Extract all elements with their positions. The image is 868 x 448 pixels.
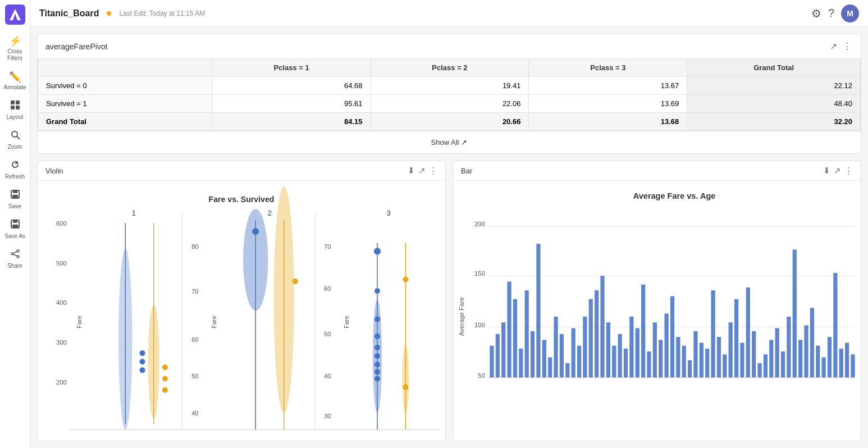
svg-rect-105 bbox=[606, 322, 610, 378]
svg-text:100: 100 bbox=[474, 322, 485, 328]
pivot-row-label-1: Survived = 1 bbox=[38, 95, 213, 113]
svg-point-33 bbox=[162, 364, 168, 370]
sidebar-item-refresh[interactable]: Refresh bbox=[2, 156, 29, 184]
svg-rect-115 bbox=[664, 314, 668, 378]
sidebar-item-save-as[interactable]: + Save As bbox=[2, 216, 29, 243]
svg-point-34 bbox=[162, 376, 168, 381]
main-content: Titanic_Board Last Edit: Today at 11:15 … bbox=[30, 0, 868, 448]
show-all-icon: ↗ bbox=[461, 138, 467, 147]
pivot-more-button[interactable]: ⋮ bbox=[842, 40, 853, 53]
page-title: Titanic_Board bbox=[39, 8, 99, 19]
pivot-external-link-button[interactable]: ↗ bbox=[829, 40, 838, 53]
svg-text:70: 70 bbox=[191, 288, 198, 295]
svg-rect-125 bbox=[723, 354, 727, 377]
sidebar-item-annotate[interactable]: ✏️ Annotate bbox=[2, 67, 29, 94]
svg-text:Fare: Fare bbox=[343, 316, 350, 328]
svg-point-66 bbox=[374, 362, 380, 367]
show-all-bar: Show All ↗ bbox=[38, 131, 861, 153]
svg-point-30 bbox=[140, 367, 145, 373]
svg-rect-130 bbox=[752, 331, 756, 378]
svg-rect-97 bbox=[560, 334, 564, 378]
violin-panel-label: Violin bbox=[45, 167, 408, 175]
bar-chart-panel: Bar ⬇ ↗ ⋮ Average Fare vs. Age 200 150 bbox=[453, 161, 861, 441]
svg-point-60 bbox=[374, 248, 381, 255]
pivot-header-row-label bbox=[38, 59, 213, 77]
svg-rect-85 bbox=[490, 346, 494, 378]
violin-chart-body: Fare vs. Survived 600 500 400 300 200 1 bbox=[38, 181, 445, 441]
last-edit-label: Last Edit: Today at 11:15 AM bbox=[119, 10, 205, 17]
sidebar-item-cross-filters[interactable]: ⚡ Cross Filters bbox=[2, 31, 29, 65]
svg-point-49 bbox=[293, 278, 298, 284]
svg-rect-140 bbox=[810, 308, 814, 377]
violin-more-button[interactable]: ⋮ bbox=[429, 166, 437, 176]
svg-rect-135 bbox=[781, 351, 785, 378]
sidebar-item-label-zoom: Zoom bbox=[8, 144, 22, 150]
bar-svg: Average Fare vs. Age 200 150 100 50 Aver… bbox=[453, 181, 861, 441]
pivot-row-1-grand: 48.40 bbox=[687, 95, 861, 113]
svg-point-64 bbox=[374, 345, 380, 350]
svg-rect-5 bbox=[16, 106, 20, 109]
svg-text:50: 50 bbox=[191, 373, 198, 380]
svg-rect-0 bbox=[5, 4, 25, 25]
sidebar: ⚡ Cross Filters ✏️ Annotate Layout Zoom bbox=[0, 0, 30, 448]
svg-rect-143 bbox=[828, 337, 832, 378]
pivot-header-grand-total: Grand Total bbox=[687, 59, 861, 77]
svg-rect-99 bbox=[572, 328, 575, 378]
svg-rect-137 bbox=[793, 250, 797, 378]
svg-rect-87 bbox=[501, 322, 505, 378]
svg-text:+: + bbox=[17, 225, 20, 229]
bar-chart-body: Average Fare vs. Age 200 150 100 50 Aver… bbox=[453, 181, 861, 441]
pivot-row-1-pclass1: 95.61 bbox=[212, 95, 371, 113]
violin-download-button[interactable]: ⬇ bbox=[408, 166, 415, 176]
svg-rect-142 bbox=[822, 357, 826, 377]
save-icon bbox=[10, 189, 20, 202]
bar-download-button[interactable]: ⬇ bbox=[823, 166, 830, 176]
bar-external-link-button[interactable]: ↗ bbox=[834, 166, 841, 176]
layout-icon bbox=[10, 100, 20, 113]
violin-svg: Fare vs. Survived 600 500 400 300 200 1 bbox=[38, 181, 445, 441]
svg-rect-101 bbox=[583, 317, 587, 378]
share-icon bbox=[10, 249, 20, 262]
svg-point-28 bbox=[140, 350, 145, 356]
pivot-row-0-pclass2: 19.41 bbox=[371, 77, 529, 95]
bar-more-button[interactable]: ⋮ bbox=[844, 166, 853, 176]
svg-rect-90 bbox=[519, 349, 523, 378]
violin-chart-actions: ⬇ ↗ ⋮ bbox=[408, 166, 437, 176]
cross-filters-icon: ⚡ bbox=[9, 35, 21, 47]
bar-chart-header: Bar ⬇ ↗ ⋮ bbox=[453, 161, 861, 181]
violin-external-link-button[interactable]: ↗ bbox=[418, 166, 426, 176]
svg-text:Average Fare: Average Fare bbox=[458, 297, 465, 336]
sidebar-item-share[interactable]: Share bbox=[2, 245, 29, 273]
app-logo[interactable] bbox=[5, 4, 25, 25]
svg-rect-126 bbox=[729, 322, 733, 378]
svg-rect-91 bbox=[525, 290, 529, 378]
svg-point-29 bbox=[140, 359, 145, 364]
svg-text:Fare: Fare bbox=[211, 316, 217, 328]
avatar[interactable]: M bbox=[841, 4, 859, 22]
svg-point-71 bbox=[403, 277, 408, 282]
show-all-button[interactable]: Show All ↗ bbox=[431, 138, 468, 147]
sidebar-item-label-cross-filters: Cross Filters bbox=[4, 48, 26, 62]
table-row: Survived = 1 95.61 22.06 13.69 48.40 bbox=[38, 95, 861, 113]
svg-rect-110 bbox=[636, 328, 639, 378]
zoom-icon bbox=[10, 130, 20, 143]
sidebar-item-layout[interactable]: Layout bbox=[2, 97, 29, 124]
sidebar-item-zoom[interactable]: Zoom bbox=[2, 126, 29, 154]
svg-rect-106 bbox=[612, 346, 616, 378]
svg-point-67 bbox=[374, 369, 380, 374]
pivot-row-2-pclass3: 13.68 bbox=[529, 113, 687, 131]
help-icon[interactable]: ? bbox=[828, 7, 834, 20]
settings-icon[interactable]: ⚙ bbox=[811, 7, 821, 20]
sidebar-item-save[interactable]: Save bbox=[2, 186, 29, 213]
svg-rect-129 bbox=[746, 287, 750, 378]
svg-rect-127 bbox=[734, 299, 738, 378]
sidebar-item-label-layout: Layout bbox=[6, 114, 23, 121]
pivot-row-1-pclass3: 13.69 bbox=[529, 95, 687, 113]
svg-point-35 bbox=[162, 387, 168, 393]
pivot-panel-actions: ↗ ⋮ bbox=[829, 40, 853, 53]
svg-rect-123 bbox=[711, 290, 715, 378]
svg-rect-141 bbox=[816, 346, 820, 378]
svg-text:200: 200 bbox=[474, 221, 485, 227]
svg-line-7 bbox=[17, 136, 20, 139]
svg-rect-124 bbox=[717, 337, 721, 378]
